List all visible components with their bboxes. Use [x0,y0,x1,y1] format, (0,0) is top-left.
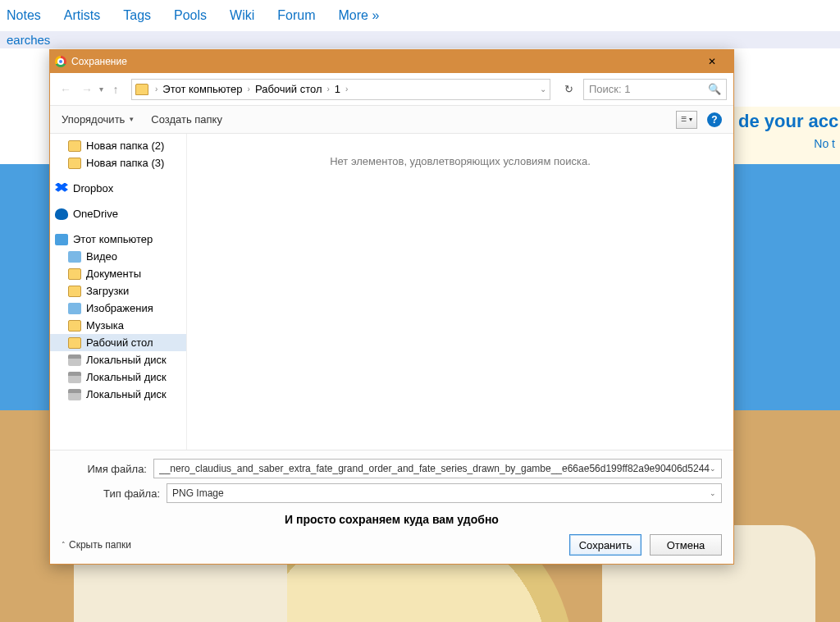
sidebar-item-label: Dropbox [73,182,113,194]
sidebar-item-label: Документы [86,268,141,280]
nav-link[interactable]: Tags [123,8,151,23]
sidebar-item[interactable]: Локальный диск [50,351,186,368]
folder-icon [68,286,81,297]
search-icon: 🔍 [708,83,721,95]
img-icon [68,303,81,314]
sidebar-item[interactable]: Изображения [50,300,186,317]
sidebar[interactable]: Новая папка (2)Новая папка (3)DropboxOne… [50,134,186,450]
sidebar-item[interactable]: Dropbox [50,180,186,197]
filetype-label: Тип файла: [62,487,160,500]
breadcrumb-item[interactable]: 1 [335,83,340,95]
chevron-down-icon[interactable]: ⌄ [540,85,546,94]
sidebar-item-label: Локальный диск [86,371,167,383]
banner: de your acc No t [733,107,840,164]
up-icon[interactable]: ↑ [107,80,125,98]
site-nav: NotesArtistsTagsPoolsWikiForumMore » [0,8,840,23]
chevron-right-icon: › [244,85,253,94]
drive-icon [68,389,81,400]
sidebar-item-label: OneDrive [73,208,118,220]
filetype-field[interactable]: PNG Image ⌄ [167,483,722,503]
save-button[interactable]: Сохранить [569,534,641,556]
sub-nav[interactable]: earches [0,31,840,48]
help-icon[interactable]: ? [707,112,722,127]
dialog-title: Сохранение [71,56,127,67]
sidebar-item-label: Музыка [86,319,124,332]
titlebar[interactable]: Сохранение ✕ [50,50,733,73]
onedrive-icon [55,208,68,220]
folder-icon [68,140,81,152]
sidebar-item[interactable]: Документы [50,265,186,282]
sidebar-item[interactable]: OneDrive [50,205,186,222]
sidebar-item-label: Видео [86,250,117,263]
back-icon: ← [57,80,75,98]
sidebar-item[interactable]: Этот компьютер [50,231,186,248]
breadcrumb-item[interactable]: Рабочий стол [255,83,322,95]
view-button[interactable]: ☰ ▾ [676,111,697,129]
drive-icon [68,354,81,366]
sidebar-item-label: Новая папка (3) [86,157,164,169]
save-dialog: Сохранение ✕ ← → ▾ ↑ › Этот компьютер›Ра… [49,49,734,565]
img-icon [68,251,81,263]
body: Новая папка (2)Новая папка (3)DropboxOne… [50,134,733,450]
nav-link[interactable]: Forum [277,8,315,23]
caption: И просто сохраняем куда вам удобно [62,508,722,533]
sidebar-item[interactable]: Локальный диск [50,368,186,386]
sidebar-item-label: Локальный диск [86,388,167,400]
banner-title: de your acc [738,111,838,131]
address-bar-row: ← → ▾ ↑ › Этот компьютер›Рабочий стол›1›… [50,73,733,106]
organize-button[interactable]: Упорядочить▼ [62,113,135,126]
file-list[interactable]: Нет элементов, удовлетворяющих условиям … [186,134,733,450]
breadcrumb-item[interactable]: Этот компьютер [162,83,242,95]
refresh-icon[interactable]: ↻ [557,79,580,100]
footer: Имя файла: __nero_claudius_and_saber_ext… [50,450,733,564]
cancel-button[interactable]: Отмена [650,534,722,556]
filename-field[interactable]: __nero_claudius_and_saber_extra_fate_gra… [153,459,722,478]
banner-subtext: No t [814,138,835,150]
filename-label: Имя файла: [62,463,147,475]
nav-link[interactable]: More » [339,8,380,23]
folder-icon [68,268,81,280]
hide-folders-toggle[interactable]: ˄Скрыть папки [62,539,131,551]
forward-icon: → [78,80,96,98]
new-folder-button[interactable]: Создать папку [151,113,222,126]
close-icon[interactable]: ✕ [696,56,728,67]
toolbar: Упорядочить▼ Создать папку ☰ ▾ ? [50,106,733,134]
sidebar-item-label: Локальный диск [86,354,167,366]
search-placeholder: Поиск: 1 [589,83,630,95]
sidebar-item[interactable]: Новая папка (3) [50,154,186,172]
sidebar-item[interactable]: Видео [50,248,186,265]
sidebar-item[interactable]: Новая папка (2) [50,137,186,154]
pc-icon [55,234,68,245]
sidebar-item-label: Загрузки [86,285,129,297]
drive-icon [68,372,81,383]
sidebar-item[interactable]: Загрузки [50,282,186,300]
sidebar-item-label: Изображения [86,302,153,314]
chrome-icon [55,56,66,67]
sidebar-item-label: Этот компьютер [73,233,153,245]
folder-icon [135,84,148,95]
chevron-down-icon: ⌄ [710,489,716,497]
sidebar-item-label: Рабочий стол [86,336,153,349]
sidebar-item[interactable]: Рабочий стол [50,334,186,351]
nav-link[interactable]: Pools [174,8,207,23]
folder-icon [68,158,81,169]
search-input[interactable]: Поиск: 1 🔍 [583,79,727,100]
dropbox-icon [55,183,68,194]
nav-link[interactable]: Wiki [230,8,254,23]
sidebar-item[interactable]: Локальный диск [50,386,186,403]
chevron-right-icon: › [342,85,351,94]
nav-link[interactable]: Artists [64,8,100,23]
sidebar-item-label: Новая папка (2) [86,139,164,152]
empty-message: Нет элементов, удовлетворяющих условиям … [330,155,591,167]
sidebar-item[interactable]: Музыка [50,317,186,334]
folder-icon [68,320,81,332]
breadcrumb[interactable]: › Этот компьютер›Рабочий стол›1›⌄ [131,79,550,100]
chevron-right-icon: › [324,85,333,94]
history-dropdown-icon[interactable]: ▾ [99,85,103,94]
folder-icon [68,337,81,349]
chevron-down-icon: ⌄ [710,464,716,473]
nav-link[interactable]: Notes [7,8,41,23]
